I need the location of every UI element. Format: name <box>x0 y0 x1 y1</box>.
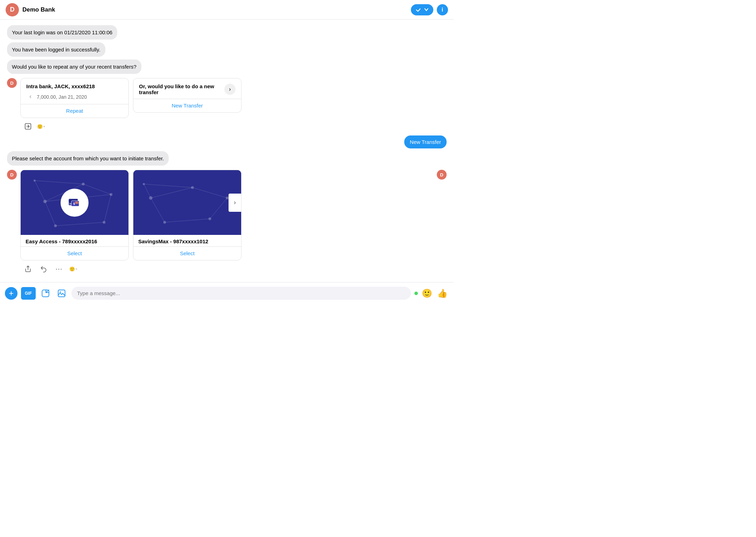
message-input[interactable] <box>71 287 411 300</box>
add-button[interactable]: + <box>5 287 18 300</box>
svg-point-21 <box>76 201 79 204</box>
check-icon <box>415 7 421 13</box>
more-icon-button[interactable]: ⋯ <box>52 263 65 275</box>
sticker-button[interactable] <box>39 287 52 300</box>
check-button[interactable] <box>411 4 433 15</box>
network-bg-svg-2 <box>133 170 241 235</box>
reply-icon <box>40 265 47 272</box>
emoji-button[interactable]: 🙂 <box>421 287 433 300</box>
select-account-1-button[interactable]: Select <box>67 250 82 256</box>
message-bubble: You have been logged in successfully. <box>7 42 105 57</box>
svg-rect-23 <box>133 170 241 235</box>
reply-icon-button[interactable] <box>37 263 50 275</box>
account-card-2: › SavingsMax - 987xxxxx1012 Select <box>133 170 241 260</box>
bank-card-icon: $ <box>67 195 82 210</box>
share-icon-2 <box>24 265 31 272</box>
repeat-transfer-card: Intra bank, JACK, xxxx6218 ‹ 7,000.00, J… <box>20 78 129 118</box>
message-bar: + GIF 🙂 👍 <box>0 282 454 304</box>
gif-button[interactable]: GIF <box>21 287 36 300</box>
account-name-1: Easy Access - 789xxxxx2016 <box>21 235 128 246</box>
app-title: Demo Bank <box>22 6 411 13</box>
new-transfer-prompt-title: Or, would you like to do a new transfer <box>139 83 216 95</box>
new-transfer-sent-bubble: New Transfer <box>404 135 447 148</box>
account-icon: $ <box>61 189 89 217</box>
account-card-1: $ Easy Access - 789xxxxx2016 Select <box>20 170 129 260</box>
new-transfer-prompt-card: Or, would you like to do a new transfer … <box>133 78 241 113</box>
header-icons: i <box>411 4 448 15</box>
new-transfer-card-footer: New Transfer <box>133 99 241 112</box>
online-indicator <box>414 292 418 295</box>
svg-rect-38 <box>58 290 65 297</box>
select-account-2-button[interactable]: Select <box>180 250 195 256</box>
account-card-footer-2: Select <box>133 246 241 260</box>
new-transfer-link-button[interactable]: New Transfer <box>172 103 203 109</box>
share-icon-button[interactable] <box>22 120 34 133</box>
image-icon <box>57 289 66 298</box>
repeat-button[interactable]: Repeat <box>66 108 83 114</box>
share-icon <box>24 123 32 130</box>
thumbs-up-button[interactable]: 👍 <box>436 287 449 300</box>
prev-arrow-button[interactable]: ‹ <box>26 92 35 100</box>
select-account-bubble: Please select the account from which you… <box>7 151 169 166</box>
user-avatar: D <box>7 78 17 88</box>
chat-area: Your last login was on 01/21/2020 11:00:… <box>0 20 454 282</box>
chevron-down-icon <box>423 7 429 13</box>
next-arrow-button[interactable]: › <box>224 84 236 95</box>
emoji-add-button[interactable]: 🙂+ <box>37 124 45 129</box>
account-card-image-1: $ <box>21 170 128 235</box>
transfer-card-footer: Repeat <box>21 104 128 118</box>
svg-point-39 <box>60 291 61 292</box>
image-button[interactable] <box>55 287 68 300</box>
message-bubble: Your last login was on 01/21/2020 11:00:… <box>7 25 117 40</box>
svg-text:$: $ <box>73 202 75 205</box>
user-avatar-2: D <box>7 170 17 180</box>
transfer-card-title: Intra bank, JACK, xxxx6218 <box>26 83 123 89</box>
header: D Demo Bank i <box>0 0 454 20</box>
message-bubble: Would you like to repeat any of your rec… <box>7 60 141 74</box>
message-right-icons: 🙂 👍 <box>414 287 449 300</box>
user-avatar-right: D <box>437 170 447 180</box>
account-card-footer-1: Select <box>21 246 128 260</box>
account-card-2-arrow[interactable]: › <box>229 194 241 212</box>
transfer-card-subtitle: 7,000.00, Jan 21, 2020 <box>37 94 87 100</box>
info-button[interactable]: i <box>437 4 448 15</box>
avatar: D <box>6 3 19 16</box>
account-name-2: SavingsMax - 987xxxxx1012 <box>133 235 241 246</box>
account-card-image-2: › <box>133 170 241 235</box>
emoji-add-button-2[interactable]: 🙂+ <box>69 266 77 272</box>
sticker-icon <box>41 289 50 298</box>
share-icon-button-2[interactable] <box>22 263 34 275</box>
